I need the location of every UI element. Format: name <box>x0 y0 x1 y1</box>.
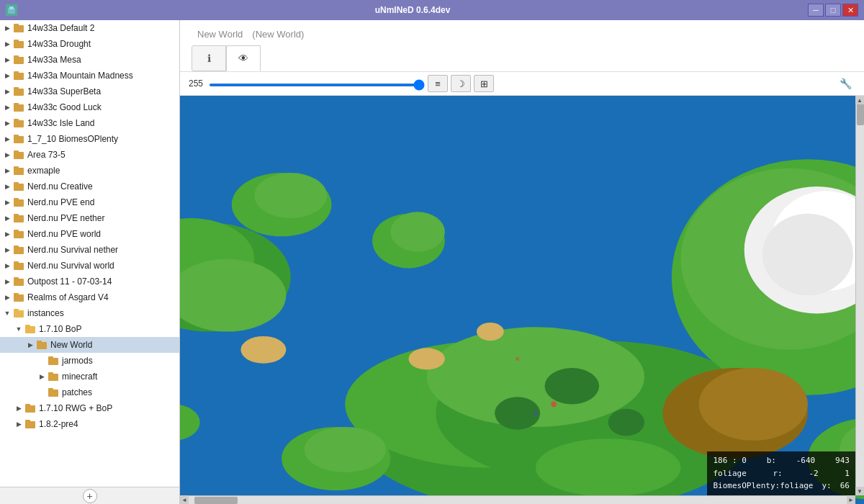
status-y-label: y: <box>822 480 832 492</box>
folder-icon <box>14 230 25 238</box>
tree-item-item-nerd-creative[interactable]: ▶Nerd.nu Creative <box>0 179 179 194</box>
scroll-arrow-up[interactable]: ▲ <box>855 96 864 104</box>
svg-point-38 <box>536 438 681 497</box>
tree-item-item-jarmods[interactable]: jarmods <box>0 353 179 369</box>
tree-item-item-14w33c-goodluck[interactable]: ▶14w33c Good Luck <box>0 99 179 115</box>
folder-icon <box>48 372 60 381</box>
tree-label: 1.8.2-pre4 <box>39 419 78 429</box>
tree-label: instances <box>27 308 64 318</box>
maximize-button[interactable]: □ <box>825 4 841 17</box>
svg-point-27 <box>608 409 644 436</box>
tree-label: Nerd.nu Creative <box>27 181 93 192</box>
scrollbar-thumb-h[interactable] <box>194 497 238 504</box>
tree-label: Nerd.nu Survival nether <box>27 245 118 255</box>
scroll-arrow-left[interactable]: ◄ <box>180 495 189 504</box>
svg-point-23 <box>409 348 445 369</box>
tree-item-item-nerd-survivalnether[interactable]: ▶Nerd.nu Survival nether <box>0 242 179 258</box>
tree-item-item-1710-biomesoplenty[interactable]: ▶1_7_10 BiomesOPlenty <box>0 131 179 147</box>
tree-label: Realms of Asgard V4 <box>27 292 109 302</box>
height-slider[interactable] <box>209 84 425 86</box>
tree-item-item-realms-asgard[interactable]: ▶Realms of Asgard V4 <box>0 289 179 305</box>
expand-arrow[interactable]: ▶ <box>3 24 12 32</box>
expand-arrow[interactable]: ▶ <box>3 119 12 127</box>
expand-arrow[interactable]: ▶ <box>3 166 12 175</box>
tab-info[interactable]: ℹ <box>192 45 226 71</box>
status-row-2: foliage r: -2 1 <box>713 467 850 480</box>
tree-item-item-nerd-pveworld[interactable]: ▶Nerd.nu PVE world <box>0 226 179 242</box>
btn-grid[interactable]: ⊞ <box>474 75 494 92</box>
tree-item-item-14w33a-mountain[interactable]: ▶14w33a Mountain Madness <box>0 68 179 84</box>
expand-arrow[interactable]: ▶ <box>3 261 12 270</box>
tree-item-item-exmaple[interactable]: ▶exmaple <box>0 163 179 179</box>
expand-arrow[interactable]: ▶ <box>3 214 12 222</box>
expand-arrow[interactable]: ▶ <box>3 230 12 238</box>
expand-arrow[interactable] <box>37 356 46 365</box>
tree-item-item-patches[interactable]: patches <box>0 384 179 400</box>
expand-arrow[interactable]: ▶ <box>3 150 12 159</box>
app-icon <box>6 4 17 16</box>
tree-item-item-14w33a-mesa[interactable]: ▶14w33a Mesa <box>0 52 179 68</box>
map-svg <box>180 96 864 504</box>
status-biome1: foliage <box>713 467 746 480</box>
expand-arrow[interactable]: ▶ <box>3 40 12 48</box>
btn-list[interactable]: ≡ <box>428 75 448 92</box>
expand-arrow[interactable]: ▶ <box>26 341 35 349</box>
scroll-arrow-right[interactable]: ► <box>847 495 855 504</box>
tree-item-item-182pre4[interactable]: ▶1.8.2-pre4 <box>0 416 179 432</box>
tree-item-item-instances[interactable]: ▼instances <box>0 305 179 321</box>
expand-arrow[interactable] <box>37 388 46 397</box>
btn-moon[interactable]: ☽ <box>451 75 471 92</box>
expand-arrow[interactable]: ▶ <box>3 246 12 254</box>
tree-item-item-nerd-pveend[interactable]: ▶Nerd.nu PVE end <box>0 194 179 210</box>
folder-icon <box>14 150 25 159</box>
tree-label: jarmods <box>62 356 93 366</box>
expand-arrow[interactable]: ▶ <box>3 55 12 64</box>
tab-bar: ℹ 👁 <box>192 45 852 71</box>
close-button[interactable]: ✕ <box>842 4 858 17</box>
expand-arrow[interactable]: ▶ <box>14 404 23 413</box>
map-scrollbar-vertical[interactable]: ▲ ▼ <box>855 96 864 495</box>
tree-item-item-14w33c-isleland[interactable]: ▶14w33c Isle Land <box>0 115 179 131</box>
minimize-button[interactable]: ─ <box>808 4 824 17</box>
expand-arrow[interactable]: ▶ <box>3 277 12 286</box>
tree-item-item-newworld[interactable]: ▶New World <box>0 337 179 353</box>
tree-item-item-area73-5[interactable]: ▶Area 73-5 <box>0 147 179 163</box>
expand-arrow[interactable]: ▶ <box>3 198 12 207</box>
expand-arrow[interactable]: ▶ <box>3 103 12 112</box>
expand-arrow[interactable]: ▶ <box>3 293 12 302</box>
tab-view[interactable]: 👁 <box>226 45 261 71</box>
tree-label: exmaple <box>27 166 60 176</box>
tree-label: Nerd.nu PVE end <box>27 197 94 207</box>
svg-point-25 <box>545 368 600 404</box>
wrench-button[interactable]: 🔧 <box>835 75 855 92</box>
folder-icon <box>25 420 37 428</box>
tree-item-item-minecraft[interactable]: ▶minecraft <box>0 369 179 384</box>
expand-arrow[interactable]: ▶ <box>3 182 12 191</box>
svg-point-11 <box>254 173 327 218</box>
tree-label: patches <box>62 387 92 397</box>
tree-label: 14w33a Mountain Madness <box>27 71 133 81</box>
tree-item-item-14w33a-superbeta[interactable]: ▶14w33a SuperBeta <box>0 84 179 99</box>
svg-point-26 <box>495 397 540 429</box>
expand-arrow[interactable]: ▼ <box>14 325 23 333</box>
tree-item-item-outpost11[interactable]: ▶Outpost 11 - 07-03-14 <box>0 274 179 289</box>
map-container[interactable]: ▲ ▼ ◄ ► 186 : 0 b: -640 943 foliage r: <box>180 96 864 504</box>
folder-icon <box>37 341 48 349</box>
scroll-arrow-down[interactable]: ▼ <box>855 487 864 495</box>
slider-container <box>209 78 425 89</box>
tree-item-item-nerd-pvenether[interactable]: ▶Nerd.nu PVE nether <box>0 210 179 226</box>
add-button[interactable]: + <box>83 489 97 503</box>
expand-arrow[interactable]: ▶ <box>37 372 46 381</box>
tree-item-item-nerd-survivalworld[interactable]: ▶Nerd.nu Survival world <box>0 258 179 274</box>
expand-arrow[interactable]: ▶ <box>14 420 23 428</box>
expand-arrow[interactable]: ▶ <box>3 87 12 96</box>
expand-arrow[interactable]: ▶ <box>3 71 12 80</box>
expand-arrow[interactable]: ▼ <box>3 309 12 318</box>
tree-item-item-1710rwgbop[interactable]: ▶1.7.10 RWG + BoP <box>0 400 179 416</box>
toolbar-value: 255 <box>189 78 203 89</box>
tree-item-item-14w33a-drought[interactable]: ▶14w33a Drought <box>0 36 179 52</box>
tree-item-item-1710bop[interactable]: ▼1.7.10 BoP <box>0 321 179 337</box>
map-scrollbar-horizontal[interactable]: ◄ ► <box>180 495 855 504</box>
expand-arrow[interactable]: ▶ <box>3 135 12 143</box>
tree-item-item-14w33a-default2[interactable]: ▶14w33a Default 2 <box>0 20 179 36</box>
